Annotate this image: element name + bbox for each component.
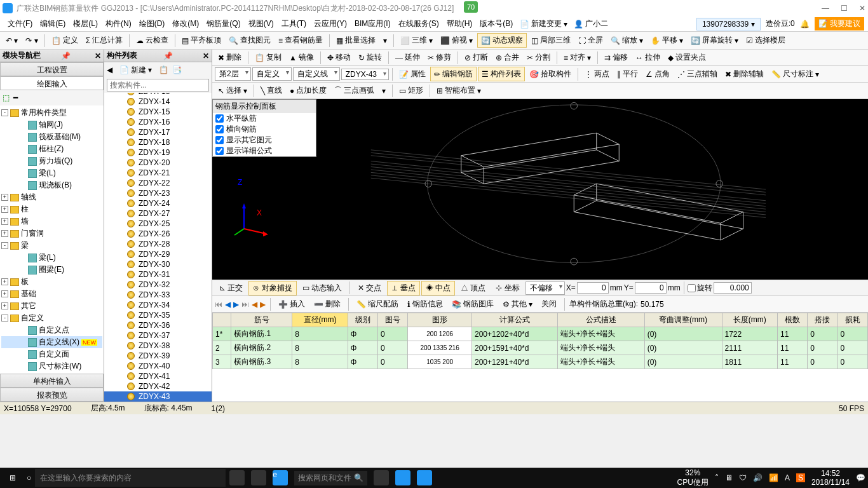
component-item[interactable]: ZDYX-40 — [104, 361, 212, 371]
nav-tool-2[interactable]: ━ — [13, 93, 18, 102]
rect-button[interactable]: ▭ 矩形 — [396, 84, 426, 97]
tree-item[interactable]: -常用构件类型 — [1, 107, 102, 119]
split-button[interactable]: ✂ 分割 — [524, 51, 553, 64]
nav-prev-icon[interactable]: ◀ — [225, 300, 231, 309]
component-item[interactable]: ZDYX-24 — [104, 198, 212, 208]
y-offset-input[interactable] — [635, 282, 667, 294]
break-button[interactable]: ⊘ 打断 — [461, 51, 491, 64]
insert-row-button[interactable]: ➕ 插入 — [275, 297, 308, 311]
delete-row-button[interactable]: ➖ 删除 — [311, 297, 344, 311]
del-aux-button[interactable]: ✖ 删除辅轴 — [722, 67, 767, 81]
other-button[interactable]: ⚙ 其他 ▾ — [499, 297, 536, 311]
bell-icon[interactable]: 🔔 — [800, 20, 810, 29]
component-item[interactable]: ZDYX-42 — [104, 381, 212, 391]
tree-item[interactable]: 轴网(J) — [1, 119, 102, 131]
table-row[interactable]: 3横向钢筋.38Φ01035 200200+1291+40*d端头+净长+端头(… — [213, 355, 868, 369]
arc3-button[interactable]: ⌒ 三点画弧 — [331, 84, 377, 97]
top-view-button[interactable]: ⬛ 俯视 ▾ — [437, 34, 476, 47]
component-item[interactable]: ZDYX-25 — [104, 219, 212, 229]
tray-network-icon[interactable]: 📶 — [769, 473, 778, 482]
tree-item[interactable]: 剪力墙(Q) — [1, 155, 102, 167]
component-item[interactable]: ZDYX-43 — [104, 391, 212, 402]
component-item[interactable]: ZDYX-41 — [104, 371, 212, 381]
user-button[interactable]: 👤 广小二 — [571, 17, 611, 30]
menu-item[interactable]: 钢筋量(Q) — [203, 18, 244, 29]
taskbar-app-4[interactable] — [374, 470, 389, 485]
rebar-info-button[interactable]: ℹ 钢筋信息 — [404, 297, 446, 311]
component-item[interactable]: ZDYX-35 — [104, 310, 212, 320]
table-header[interactable]: 根数 — [777, 313, 807, 327]
table-header[interactable] — [213, 313, 231, 327]
table-header[interactable]: 计算公式 — [471, 313, 557, 327]
table-header[interactable]: 级别 — [348, 313, 377, 327]
cortana-icon[interactable]: ○ — [27, 473, 31, 482]
table-header[interactable]: 直径(mm) — [292, 313, 348, 327]
tree-item[interactable]: 自定义面 — [1, 348, 102, 360]
menu-item[interactable]: 构件(N) — [102, 18, 135, 29]
component-item[interactable]: ZDYX-38 — [104, 341, 212, 351]
extra-button[interactable]: ▾ — [380, 35, 390, 46]
ortho-toggle[interactable]: ⊾ 正交 — [215, 281, 247, 295]
component-item[interactable]: ZDYX-26 — [104, 229, 212, 239]
component-item[interactable]: ZDYX-20 — [104, 158, 212, 168]
comp-tool-icon[interactable]: 📋 — [159, 65, 168, 74]
maximize-button[interactable]: ☐ — [841, 4, 848, 13]
nav-last-icon[interactable]: ⏭ — [241, 300, 249, 309]
undo-button[interactable]: ↶ ▾ — [3, 35, 21, 46]
tree-item[interactable]: 梁(L) — [1, 252, 102, 264]
pt-len-button[interactable]: ● 点加长度 — [287, 84, 330, 97]
table-row[interactable]: 1*横向钢筋.18Φ0200 1206200+1202+40*d端头+净长+端头… — [213, 327, 868, 341]
component-item[interactable]: ZDYX-28 — [104, 239, 212, 249]
offset-button[interactable]: ⇉ 偏移 — [601, 51, 631, 64]
nav-first-icon[interactable]: ⏮ — [215, 300, 222, 309]
tree-item[interactable]: 尺寸标注(W) — [1, 360, 102, 372]
batch-sel-button[interactable]: ▦ 批量选择 — [333, 34, 379, 47]
x-offset-input[interactable] — [577, 282, 609, 294]
menu-item[interactable]: 文件(F) — [4, 18, 36, 29]
table-header[interactable]: 弯曲调整(mm) — [644, 313, 722, 327]
more-draw[interactable]: ▾ — [379, 85, 389, 97]
close-button[interactable]: ✕ — [859, 4, 865, 13]
menu-item[interactable]: 云应用(Y) — [310, 18, 351, 29]
copy-button[interactable]: 📋 复制 — [252, 51, 285, 64]
comp-search-input[interactable] — [107, 79, 209, 92]
cloud-check-button[interactable]: ☁ 云检查 — [133, 34, 172, 47]
trim-button[interactable]: ✂ 修剪 — [424, 51, 454, 64]
tree-item[interactable]: 自定义点 — [1, 324, 102, 336]
extend-button[interactable]: — 延伸 — [392, 51, 423, 64]
component-item[interactable]: ZDYX-39 — [104, 351, 212, 361]
table-header[interactable]: 搭接 — [808, 313, 837, 327]
nav-close-button[interactable]: ✕ — [95, 51, 101, 60]
tree-item[interactable]: 筏板基础(M) — [1, 131, 102, 143]
taskbar-app-1[interactable] — [229, 470, 245, 485]
nav-next-icon[interactable]: ▶ — [233, 300, 239, 309]
local-3d-button[interactable]: ◫ 局部三维 — [528, 34, 574, 47]
menu-item[interactable]: 绘图(D) — [135, 18, 169, 29]
menu-item[interactable]: 修改(M) — [168, 18, 203, 29]
taskbar-app-3[interactable]: e — [273, 470, 288, 485]
find-elem-button[interactable]: 🔍 查找图元 — [226, 34, 274, 47]
component-item[interactable]: ZDYX-34 — [104, 300, 212, 310]
move-button[interactable]: ✥ 移动 — [324, 51, 354, 64]
back-icon[interactable]: ◀ — [107, 65, 112, 74]
define-button[interactable]: 📋 定义 — [48, 34, 81, 47]
taskbar-search[interactable]: 在这里输入你要搜索的内容 — [35, 469, 226, 487]
taskbar-app-6[interactable] — [417, 470, 432, 485]
start-button[interactable]: ⊞ — [3, 469, 23, 487]
component-item[interactable]: ZDYX-30 — [104, 259, 212, 269]
redo-button[interactable]: ↷ ▾ — [22, 35, 41, 46]
osnap-toggle[interactable]: ⊙ 对象捕捉 — [248, 281, 296, 295]
overlay-checkbox[interactable] — [215, 136, 224, 144]
component-item[interactable]: ZDYX-17 — [104, 127, 212, 137]
floor-dropdown[interactable]: 第2层 — [215, 67, 251, 81]
offset-dropdown[interactable]: 不偏移 — [526, 281, 565, 295]
dynamic-view-button[interactable]: 🔄 动态观察 — [477, 33, 527, 48]
sum-calc-button[interactable]: Σ 汇总计算 — [83, 34, 126, 47]
fullscreen-button[interactable]: ⛶ 全屏 — [575, 34, 606, 47]
nav-tab-draw[interactable]: 绘图输入 — [0, 76, 104, 90]
tree-item[interactable]: 自定义线(X)NEW — [1, 336, 102, 348]
table-row[interactable]: 2横向钢筋.28Φ0200 1335 216200+1591+40*d端头+净长… — [213, 341, 868, 355]
menu-item[interactable]: 楼层(L) — [69, 18, 102, 29]
nav-tool-1[interactable]: ⬚ — [3, 93, 10, 102]
three-aux-button[interactable]: ⋰ 三点辅轴 — [674, 67, 721, 81]
